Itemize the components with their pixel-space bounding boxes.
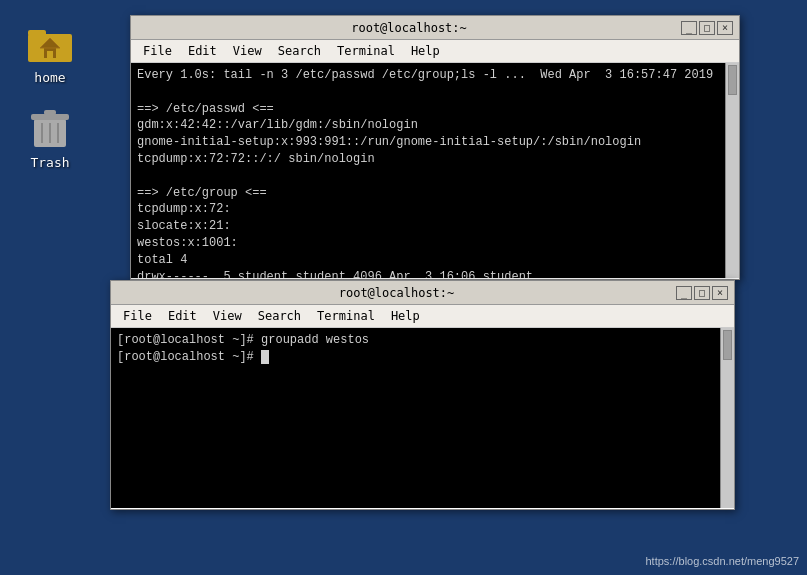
trash-icon-label: Trash: [30, 155, 69, 170]
menu-search-bottom[interactable]: Search: [250, 307, 309, 325]
terminal-line-7: [137, 168, 721, 185]
terminal-line-3: ==> /etc/passwd <==: [137, 101, 721, 118]
terminal-line-10: slocate:x:21:: [137, 218, 721, 235]
window-controls-bottom: _ □ ×: [676, 286, 728, 300]
menu-view-top[interactable]: View: [225, 42, 270, 60]
scroll-thumb-top[interactable]: [728, 65, 737, 95]
terminal-line-9: tcpdump:x:72:: [137, 201, 721, 218]
terminal-line-13: drwx------. 5 student student 4096 Apr 3…: [137, 269, 721, 278]
menu-help-top[interactable]: Help: [403, 42, 448, 60]
trash-icon-desktop[interactable]: Trash: [10, 95, 90, 178]
svg-rect-4: [47, 51, 53, 58]
menu-edit-top[interactable]: Edit: [180, 42, 225, 60]
window-controls-top: _ □ ×: [681, 21, 733, 35]
terminal-line-1: Every 1.0s: tail -n 3 /etc/passwd /etc/g…: [137, 67, 721, 84]
terminal-line-12: total 4: [137, 252, 721, 269]
terminal-window-bottom: root@localhost:~ _ □ × File Edit View Se…: [110, 280, 735, 510]
close-btn-top[interactable]: ×: [717, 21, 733, 35]
terminal-line-2: [137, 84, 721, 101]
minimize-btn-top[interactable]: _: [681, 21, 697, 35]
menu-edit-bottom[interactable]: Edit: [160, 307, 205, 325]
maximize-btn-bottom[interactable]: □: [694, 286, 710, 300]
terminal-bottom-line-2: [root@localhost ~]#: [117, 349, 716, 366]
menu-view-bottom[interactable]: View: [205, 307, 250, 325]
maximize-btn-top[interactable]: □: [699, 21, 715, 35]
close-btn-bottom[interactable]: ×: [712, 286, 728, 300]
scrollbar-bottom[interactable]: [720, 328, 734, 508]
svg-rect-8: [44, 110, 56, 115]
menu-file-bottom[interactable]: File: [115, 307, 160, 325]
menu-help-bottom[interactable]: Help: [383, 307, 428, 325]
menu-terminal-bottom[interactable]: Terminal: [309, 307, 383, 325]
terminal-line-8: ==> /etc/group <==: [137, 185, 721, 202]
home-icon-label: home: [34, 70, 65, 85]
terminal-titlebar-top: root@localhost:~ _ □ ×: [131, 16, 739, 40]
terminal-titlebar-bottom: root@localhost:~ _ □ ×: [111, 281, 734, 305]
watermark: https://blog.csdn.net/meng9527: [646, 555, 800, 567]
terminal-line-6: tcpdump:x:72:72::/:/ sbin/nologin: [137, 151, 721, 168]
home-folder-icon: [26, 18, 74, 66]
trash-folder-icon: [26, 103, 74, 151]
terminal-menubar-bottom: File Edit View Search Terminal Help: [111, 305, 734, 328]
terminal-content-top: Every 1.0s: tail -n 3 /etc/passwd /etc/g…: [131, 63, 739, 278]
menu-terminal-top[interactable]: Terminal: [329, 42, 403, 60]
scroll-thumb-bottom[interactable]: [723, 330, 732, 360]
terminal-title-top: root@localhost:~: [137, 21, 681, 35]
terminal-line-4: gdm:x:42:42::/var/lib/gdm:/sbin/nologin: [137, 117, 721, 134]
terminal-line-5: gnome-initial-setup:x:993:991::/run/gnom…: [137, 134, 721, 151]
terminal-line-11: westos:x:1001:: [137, 235, 721, 252]
menu-search-top[interactable]: Search: [270, 42, 329, 60]
terminal-cursor: [261, 350, 269, 364]
terminal-menubar-top: File Edit View Search Terminal Help: [131, 40, 739, 63]
terminal-content-bottom[interactable]: [root@localhost ~]# groupadd westos [roo…: [111, 328, 734, 508]
minimize-btn-bottom[interactable]: _: [676, 286, 692, 300]
terminal-bottom-line-1: [root@localhost ~]# groupadd westos: [117, 332, 716, 349]
home-icon-desktop[interactable]: home: [10, 10, 90, 93]
svg-rect-1: [28, 30, 46, 36]
terminal-title-bottom: root@localhost:~: [117, 286, 676, 300]
menu-file-top[interactable]: File: [135, 42, 180, 60]
terminal-window-top: root@localhost:~ _ □ × File Edit View Se…: [130, 15, 740, 280]
scrollbar-top[interactable]: [725, 63, 739, 278]
